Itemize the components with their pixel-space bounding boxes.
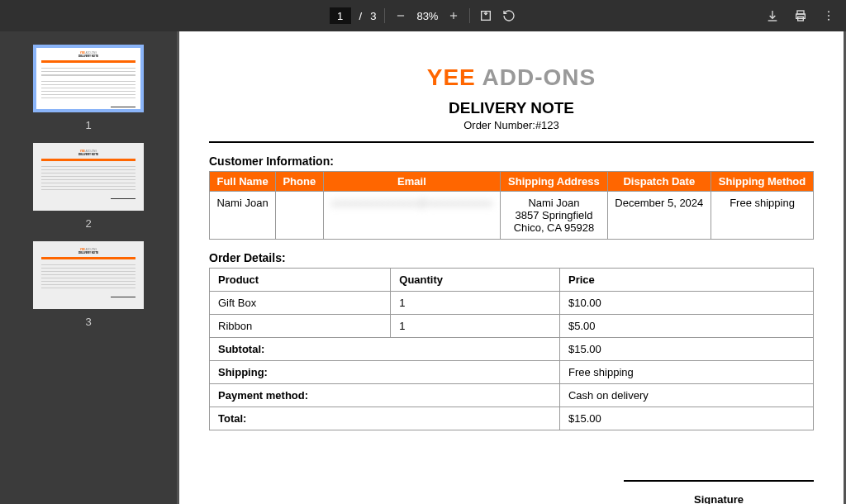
customer-table: Full Name Phone Email Shipping Address D… bbox=[209, 171, 814, 240]
col-fullname: Full Name bbox=[210, 172, 276, 192]
print-button[interactable] bbox=[793, 8, 808, 23]
total-pages: 3 bbox=[370, 10, 376, 22]
cell-product: Ribbon bbox=[210, 315, 391, 338]
subtotal-value: $15.00 bbox=[559, 338, 813, 361]
col-price: Price bbox=[559, 269, 813, 292]
shipping-value: Free shipping bbox=[559, 361, 813, 384]
logo-part2: ADD-ONS bbox=[482, 64, 596, 90]
zoom-out-button[interactable] bbox=[393, 8, 408, 23]
customer-section-label: Customer Information: bbox=[209, 155, 814, 168]
document-title: DELIVERY NOTE bbox=[209, 99, 814, 117]
signature-area: Signature bbox=[209, 480, 814, 504]
cell-price: $5.00 bbox=[559, 315, 813, 338]
pdf-page: YEE ADD-ONS DELIVERY NOTE Order Number:#… bbox=[179, 31, 844, 504]
subtotal-label: Subtotal: bbox=[210, 338, 560, 361]
rotate-button[interactable] bbox=[501, 8, 516, 23]
zoom-in-button[interactable] bbox=[446, 8, 461, 23]
order-section-label: Order Details: bbox=[209, 251, 814, 264]
toolbar-separator bbox=[384, 8, 385, 23]
svg-point-9 bbox=[828, 11, 829, 12]
logo-part1: YEE bbox=[427, 64, 476, 90]
cell-quantity: 1 bbox=[391, 292, 560, 315]
cell-address: Nami Joan 3857 Springfield Chico, CA 959… bbox=[501, 192, 607, 240]
cell-price: $10.00 bbox=[559, 292, 813, 315]
col-product: Product bbox=[210, 269, 391, 292]
thumbnail-number: 2 bbox=[85, 217, 91, 230]
signature-line: Signature bbox=[624, 480, 814, 504]
col-dispatch-date: Dispatch Date bbox=[607, 172, 711, 192]
header-divider bbox=[209, 141, 814, 143]
fit-page-button[interactable] bbox=[478, 8, 493, 23]
thumbnail-item: YEE ADD-ONS DELIVERY NOTE 3 bbox=[33, 241, 144, 328]
cell-email: xxxxxxxxxxxxxxxx@xxxxxxxxxxxx bbox=[323, 192, 501, 240]
download-button[interactable] bbox=[765, 8, 780, 23]
shipping-label: Shipping: bbox=[210, 361, 560, 384]
page-content-area[interactable]: YEE ADD-ONS DELIVERY NOTE Order Number:#… bbox=[177, 31, 846, 504]
page-separator: / bbox=[359, 10, 363, 22]
pdf-toolbar: / 3 83% bbox=[0, 0, 846, 31]
thumbnail-item: YEE ADD-ONS DELIVERY NOTE 2 bbox=[33, 143, 144, 230]
shipping-row: Shipping: Free shipping bbox=[210, 361, 814, 384]
cell-shipping-method: Free shipping bbox=[711, 192, 814, 240]
page-thumbnail-1[interactable]: YEE ADD-ONS DELIVERY NOTE bbox=[33, 45, 144, 112]
total-label: Total: bbox=[210, 407, 560, 430]
col-shipping-method: Shipping Method bbox=[711, 172, 814, 192]
order-table: Product Quantity Price Gift Box 1 $10.00… bbox=[209, 268, 814, 430]
thumbnail-number: 1 bbox=[85, 119, 91, 131]
cell-phone bbox=[276, 192, 323, 240]
page-number-input[interactable] bbox=[330, 7, 351, 24]
cell-fullname: Nami Joan bbox=[210, 192, 276, 240]
svg-point-10 bbox=[828, 15, 829, 17]
main-area: YEE ADD-ONS DELIVERY NOTE 1 YEE ADD-ONS … bbox=[0, 31, 846, 504]
page-thumbnail-2[interactable]: YEE ADD-ONS DELIVERY NOTE bbox=[33, 143, 144, 211]
cell-quantity: 1 bbox=[391, 315, 560, 338]
more-menu-button[interactable] bbox=[821, 8, 836, 23]
toolbar-center: / 3 83% bbox=[330, 7, 517, 24]
thumbnail-item: YEE ADD-ONS DELIVERY NOTE 1 bbox=[33, 45, 144, 131]
page-thumbnail-3[interactable]: YEE ADD-ONS DELIVERY NOTE bbox=[33, 241, 144, 309]
col-phone: Phone bbox=[276, 172, 323, 192]
total-value: $15.00 bbox=[559, 407, 813, 430]
order-number: Order Number:#123 bbox=[209, 119, 814, 131]
zoom-level: 83% bbox=[416, 10, 438, 22]
payment-value: Cash on delivery bbox=[559, 384, 813, 407]
payment-row: Payment method: Cash on delivery bbox=[210, 384, 814, 407]
customer-row: Nami Joan xxxxxxxxxxxxxxxx@xxxxxxxxxxxx … bbox=[210, 192, 814, 240]
thumbnail-number: 3 bbox=[85, 316, 91, 328]
cell-product: Gift Box bbox=[210, 292, 391, 315]
logo: YEE ADD-ONS bbox=[209, 64, 814, 91]
payment-label: Payment method: bbox=[210, 384, 560, 407]
subtotal-row: Subtotal: $15.00 bbox=[210, 338, 814, 361]
col-quantity: Quantity bbox=[391, 269, 560, 292]
toolbar-right bbox=[765, 8, 836, 23]
cell-dispatch-date: December 5, 2024 bbox=[607, 192, 711, 240]
order-row: Gift Box 1 $10.00 bbox=[210, 292, 814, 315]
col-email: Email bbox=[323, 172, 501, 192]
thumbnail-sidebar: YEE ADD-ONS DELIVERY NOTE 1 YEE ADD-ONS … bbox=[0, 31, 177, 504]
col-shipping-address: Shipping Address bbox=[501, 172, 607, 192]
svg-point-11 bbox=[828, 19, 829, 21]
order-row: Ribbon 1 $5.00 bbox=[210, 315, 814, 338]
toolbar-separator bbox=[469, 8, 470, 23]
total-row: Total: $15.00 bbox=[210, 407, 814, 430]
